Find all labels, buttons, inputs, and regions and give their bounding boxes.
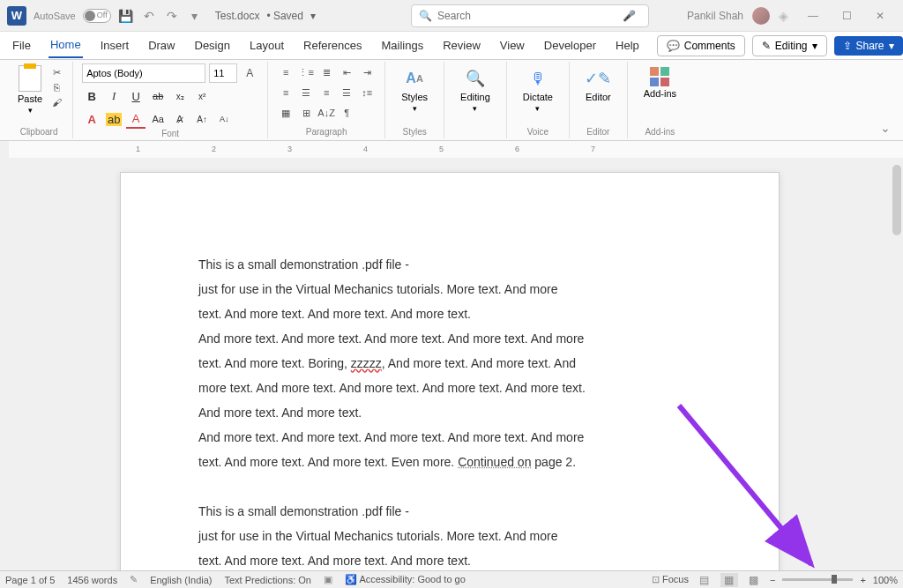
subscript-button[interactable]: x₂ (170, 86, 190, 106)
document-body[interactable]: This is a small demonstration .pdf file … (198, 252, 701, 570)
autosave-toggle[interactable]: Off (83, 9, 111, 23)
show-marks-button[interactable]: ¶ (338, 104, 355, 122)
tab-help[interactable]: Help (614, 33, 641, 57)
avatar[interactable] (752, 7, 770, 25)
focus-mode[interactable]: ⊡ Focus (652, 574, 689, 585)
format-painter-icon[interactable]: 🖌 (49, 96, 63, 108)
close-button[interactable]: ✕ (864, 3, 896, 29)
group-editor: ✓✎ Editor Editor (570, 62, 628, 138)
superscript-button[interactable]: x² (192, 86, 212, 106)
tab-review[interactable]: Review (441, 33, 482, 57)
search-input[interactable] (437, 10, 623, 22)
align-right-button[interactable]: ≡ (317, 84, 335, 101)
read-mode-icon[interactable]: ▤ (696, 573, 713, 587)
continued-link[interactable]: Continued on (458, 455, 531, 469)
document-title[interactable]: Test.docx (215, 10, 260, 22)
font-grow-button[interactable]: A↑ (192, 109, 212, 129)
tab-layout[interactable]: Layout (248, 33, 286, 57)
search-box[interactable]: 🔍 🎤 (411, 4, 649, 27)
indent-inc-button[interactable]: ⇥ (358, 63, 376, 81)
text-effects-button[interactable]: A (82, 109, 101, 129)
print-layout-icon[interactable]: ▦ (720, 573, 738, 587)
saved-indicator[interactable]: • Saved (266, 10, 303, 22)
editor-button[interactable]: ✓✎ Editor (578, 63, 618, 106)
font-name-select[interactable] (82, 63, 205, 83)
language-indicator[interactable]: English (India) (150, 575, 212, 585)
page-indicator[interactable]: Page 1 of 5 (5, 575, 55, 585)
macro-icon[interactable]: ▣ (324, 574, 332, 585)
bold-button[interactable]: B (82, 86, 101, 106)
share-button[interactable]: ⇪Share▾ (834, 36, 903, 56)
collapse-ribbon-icon[interactable]: ⌄ (873, 117, 898, 138)
tab-references[interactable]: References (302, 33, 363, 57)
tab-developer[interactable]: Developer (542, 33, 598, 57)
italic-button[interactable]: I (104, 86, 123, 106)
strikethrough-button[interactable]: ab (148, 86, 168, 106)
justify-button[interactable]: ☰ (338, 84, 355, 101)
paste-button[interactable]: Paste▾ (14, 63, 46, 116)
editing-dropdown[interactable]: 🔍 Editing▾ (453, 63, 497, 116)
scroll-thumb[interactable] (892, 165, 901, 235)
web-layout-icon[interactable]: ▩ (745, 573, 763, 587)
minimize-button[interactable]: — (797, 3, 829, 29)
font-size-select[interactable] (209, 63, 237, 83)
maximize-button[interactable]: ☐ (831, 3, 862, 29)
ruler[interactable]: 1 2 3 4 5 6 7 (0, 141, 903, 159)
comment-icon: 💬 (667, 40, 680, 52)
spellcheck-error[interactable]: zzzzz (351, 356, 382, 370)
vertical-ruler[interactable] (0, 158, 9, 570)
group-voice: 🎙 Dictate▾ Voice (507, 62, 570, 138)
page[interactable]: This is a small demonstration .pdf file … (120, 172, 780, 570)
copy-icon[interactable]: ⎘ (49, 81, 63, 93)
font-shrink-button[interactable]: A↓ (214, 109, 234, 129)
shading-button[interactable]: ▦ (277, 104, 295, 122)
vertical-scrollbar[interactable] (891, 158, 903, 570)
align-center-button[interactable]: ☰ (297, 84, 315, 101)
user-name[interactable]: Pankil Shah (687, 10, 743, 22)
font-grow-icon[interactable]: A (241, 63, 258, 83)
tab-home[interactable]: Home (49, 33, 83, 58)
addins-button[interactable]: Add-ins (637, 63, 683, 102)
save-icon[interactable]: 💾 (118, 8, 134, 24)
redo-icon[interactable]: ↷ (164, 8, 180, 24)
tab-design[interactable]: Design (193, 33, 232, 57)
tab-mailings[interactable]: Mailings (380, 33, 426, 57)
document-scroll[interactable]: This is a small demonstration .pdf file … (9, 158, 891, 570)
zoom-level[interactable]: 100% (873, 575, 898, 585)
title-dropdown-icon[interactable]: ▾ (310, 10, 316, 22)
comments-button[interactable]: 💬Comments (657, 35, 745, 56)
line-spacing-button[interactable]: ↕≡ (358, 84, 376, 101)
multilevel-button[interactable]: ≣ (317, 63, 335, 81)
tab-insert[interactable]: Insert (99, 33, 131, 57)
document-area: This is a small demonstration .pdf file … (0, 158, 903, 570)
accessibility-status[interactable]: ♿ Accessibility: Good to go (345, 574, 466, 585)
font-color-button[interactable]: A (126, 109, 146, 129)
spellcheck-icon[interactable]: ✎ (130, 574, 138, 585)
styles-button[interactable]: AA Styles▾ (394, 63, 435, 116)
underline-button[interactable]: U (126, 86, 146, 106)
bullets-button[interactable]: ≡ (277, 63, 295, 81)
clear-formatting-button[interactable]: A̷ (170, 109, 190, 129)
undo-icon[interactable]: ↶ (141, 8, 157, 24)
sort-button[interactable]: A↓Z (317, 104, 335, 122)
numbering-button[interactable]: ⋮≡ (297, 63, 315, 81)
premium-icon[interactable]: ◈ (779, 9, 788, 23)
cut-icon[interactable]: ✂ (49, 66, 63, 78)
align-left-button[interactable]: ≡ (277, 84, 295, 101)
zoom-out-button[interactable]: − (770, 575, 775, 585)
change-case-button[interactable]: Aa (148, 109, 168, 129)
mic-icon[interactable]: 🎤 (623, 10, 636, 22)
tab-file[interactable]: File (11, 33, 33, 57)
word-count[interactable]: 1456 words (67, 575, 117, 585)
tab-draw[interactable]: Draw (146, 33, 176, 57)
highlight-button[interactable]: ab (104, 109, 123, 129)
zoom-in-button[interactable]: + (860, 575, 865, 585)
dictate-button[interactable]: 🎙 Dictate▾ (516, 63, 560, 116)
indent-dec-button[interactable]: ⇤ (338, 63, 355, 81)
borders-button[interactable]: ⊞ (297, 104, 315, 122)
zoom-slider[interactable] (782, 578, 853, 581)
editing-mode-button[interactable]: ✎Editing▾ (752, 35, 827, 56)
tab-view[interactable]: View (498, 33, 526, 57)
group-paragraph: ≡ ⋮≡ ≣ ⇤ ⇥ ≡ ☰ ≡ ☰ ↕≡ ▦ ⊞ A↓Z ¶ Paragrap… (268, 62, 385, 138)
text-predictions[interactable]: Text Predictions: On (224, 575, 310, 585)
